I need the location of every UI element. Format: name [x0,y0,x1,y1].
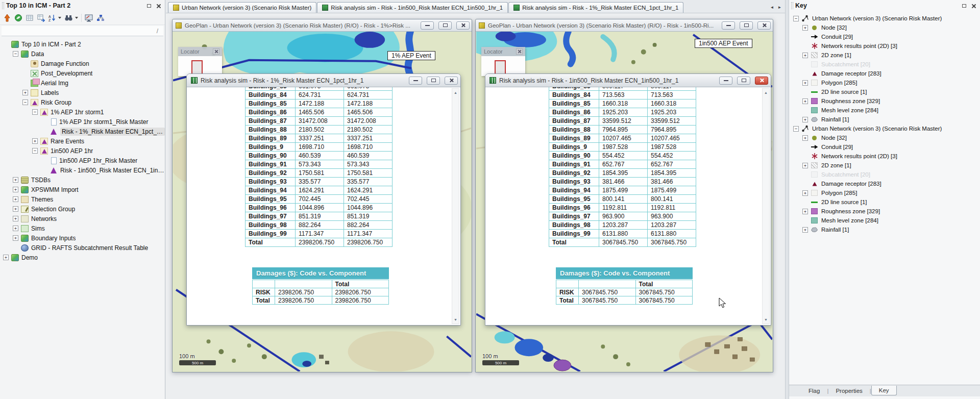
collapse-icon[interactable]: − [793,16,799,21]
geoplan-map-area[interactable]: Locator 1% AEP Event 100 m 500 m [173,32,471,371]
grid-view-icon[interactable] [26,14,34,22]
tree-item-labels[interactable]: +Labels [0,88,165,97]
panel-tab-key[interactable]: Key [871,386,897,395]
close-panel-button[interactable] [155,3,162,9]
legend-item-subcatchment-20[interactable]: Subcatchment [20] [789,170,980,179]
legend-item-polygon-285[interactable]: +Polygon [285] [789,188,980,197]
legend-item-network-results-point-2d-3[interactable]: Network results point (2D) [3] [789,152,980,161]
tree-item-boundary-inputs[interactable]: +Boundary Inputs [0,233,165,243]
legend-item-damage-receptor-283[interactable]: Damage receptor [283] [789,179,980,188]
tree-item-risk-1in500-risk-master-ecn-1in500-1hr-1[interactable]: Risk - 1in500_Risk Master ECN_1in500_1hr… [0,165,165,175]
tree-item-1in500-aep-1hr[interactable]: −1in500 AEP 1hr [0,146,165,156]
legend-item-roughness-zone-329[interactable]: +Roughness zone [329] [789,207,980,216]
panel-tab-properties[interactable]: Properties [828,386,869,395]
expand-icon[interactable]: + [13,206,18,212]
tree-item-tsdbs[interactable]: +TSDBs [0,175,165,185]
expand-icon[interactable]: + [802,53,808,58]
risk-window-titlebar[interactable]: Risk analysis sim - Risk - 1%_Risk Maste… [187,74,460,87]
pin-button[interactable] [145,3,152,9]
legend-item-damage-receptor-283[interactable]: Damage receptor [283] [789,69,980,78]
legend-item-2d-zone-1[interactable]: +2D zone [1] [789,51,980,60]
tree-item-networks[interactable]: +Networks [0,214,165,223]
find-binoculars-icon[interactable] [64,14,73,21]
tree-item-risk-group[interactable]: −Risk Group [0,97,165,107]
close-button[interactable] [445,77,458,85]
expand-icon[interactable]: + [3,255,9,260]
expand-icon[interactable]: + [802,163,808,168]
pin-button[interactable] [961,3,967,9]
expand-icon[interactable]: + [802,80,808,86]
legend-item-mesh-level-zone-284[interactable]: Mesh level zone [284] [789,106,980,115]
minimize-button[interactable] [409,77,422,85]
expand-icon[interactable]: + [32,138,38,144]
legend-item-conduit-29[interactable]: Conduit [29] [789,142,980,152]
tree-item-post-development[interactable]: Post_Development [0,68,165,78]
legend-item-node-32[interactable]: +Node [32] [789,23,980,32]
locator-close-button[interactable] [213,48,219,55]
risk-window-titlebar[interactable]: Risk analysis sim - Risk - 1in500_Risk M… [485,74,771,87]
scroll-up-icon[interactable]: ▲ [452,89,459,96]
expand-icon[interactable]: + [13,177,18,183]
tree-item-themes[interactable]: +Themes [0,194,165,204]
tree-item-grid-rafts-subcatchment-result-table[interactable]: GRID - RAFTS Subcatchment Result Table [0,243,165,253]
tree-item-damage-function[interactable]: Damage Function [0,59,165,68]
collapse-icon[interactable]: − [13,51,18,57]
globe-icon[interactable] [14,14,22,22]
tab-risk-sim-1pct[interactable]: Risk analysis sim - Risk - 1%_Risk Maste… [508,2,683,13]
tree-item-data[interactable]: −Data [0,49,165,59]
tree-item-aerial-img[interactable]: Aerial Img [0,78,165,88]
panel-grip[interactable] [791,2,793,9]
collapse-icon[interactable]: − [32,148,38,154]
vertical-scrollbar[interactable]: ▲ ▼ [762,88,770,324]
tree-item-1-aep-1hr-storm1[interactable]: −1% AEP 1hr storm1 [0,107,165,117]
grid-export-icon[interactable] [37,14,45,22]
expand-icon[interactable]: + [13,226,18,231]
tree-item-demo[interactable]: +Demo [0,253,165,262]
panel-tab-flag[interactable]: Flag [801,386,827,395]
tree-item-1in500-aep-1hr-risk-master[interactable]: 1in500 AEP 1hr_Risk Master [0,156,165,165]
tree-item-rare-events[interactable]: +Rare Events [0,136,165,146]
tree-item-xpswmm-import[interactable]: +XPSWMM Import [0,185,165,194]
tree-item-sims[interactable]: +Sims [0,223,165,233]
minimize-button[interactable] [722,21,735,30]
expand-icon[interactable]: + [802,98,808,104]
legend-item-2d-zone-1[interactable]: +2D zone [1] [789,161,980,170]
expand-icon[interactable]: + [802,25,808,31]
scroll-down-icon[interactable]: ▼ [452,316,459,323]
legend-item-mesh-level-zone-284[interactable]: Mesh level zone [284] [789,216,980,225]
legend-item-roughness-zone-329[interactable]: +Roughness zone [329] [789,96,980,106]
tab-urban-network[interactable]: Urban Network (version 3) (Scenario Risk… [168,2,316,13]
tree-item-top-10-in-icm-part-2[interactable]: Top 10 in ICM - Part 2 [0,39,165,49]
geoplan-titlebar[interactable]: GeoPlan - Urban Network (version 3) (Sce… [476,19,773,32]
legend-item-polygon-285[interactable]: +Polygon [285] [789,78,980,87]
expand-icon[interactable]: + [802,227,808,233]
restore-button[interactable] [427,77,440,85]
legend-item-subcatchment-20[interactable]: Subcatchment [20] [789,60,980,69]
tree-item-risk-1-risk-master-ecn-1pct-1hr-1[interactable]: Risk - 1%_Risk Master ECN_1pct_1hr_1 [0,127,165,136]
tree-item-selection-group[interactable]: +Selection Group [0,204,165,214]
close-panel-button[interactable] [970,3,977,9]
expand-icon[interactable]: + [802,190,808,196]
vertical-scrollbar[interactable]: ▲ ▼ [452,88,459,324]
close-button[interactable] [456,21,470,30]
legend-item-2d-line-source-1[interactable]: 2D line source [1] [789,197,980,207]
panel-splitter[interactable] [785,0,789,399]
collapse-icon[interactable]: − [22,99,28,105]
panel-grip[interactable] [2,2,4,9]
legend-item-2d-line-source-1[interactable]: 2D line source [1] [789,87,980,96]
geoplan-map-area[interactable]: Locator 1in500 AEP Event 100 m 500 m R [476,32,772,371]
minimize-button[interactable] [421,21,434,30]
legend-item-conduit-29[interactable]: Conduit [29] [789,32,980,41]
sort-dropdown-caret[interactable] [58,17,61,19]
legend-item-network-results-point-2d-3[interactable]: Network results point (2D) [3] [789,41,980,51]
scroll-up-icon[interactable]: ▲ [763,89,769,96]
expand-icon[interactable]: + [802,135,808,141]
tab-scroll-left-icon[interactable]: ◄ [769,4,775,11]
legend-item-network-root-0[interactable]: −Urban Network (version 3) (Scenario Ris… [789,14,980,23]
screen-view-icon[interactable] [85,14,93,22]
restore-button[interactable] [737,77,750,85]
tree-item-1-aep-1hr-storm1-risk-master[interactable]: 1% AEP 1hr storm1_Risk Master [0,117,165,127]
expand-icon[interactable]: + [802,117,808,122]
geoplan-titlebar[interactable]: GeoPlan - Urban Network (version 3) (Sce… [173,19,472,32]
locator-titlebar[interactable]: Locator [178,47,222,56]
